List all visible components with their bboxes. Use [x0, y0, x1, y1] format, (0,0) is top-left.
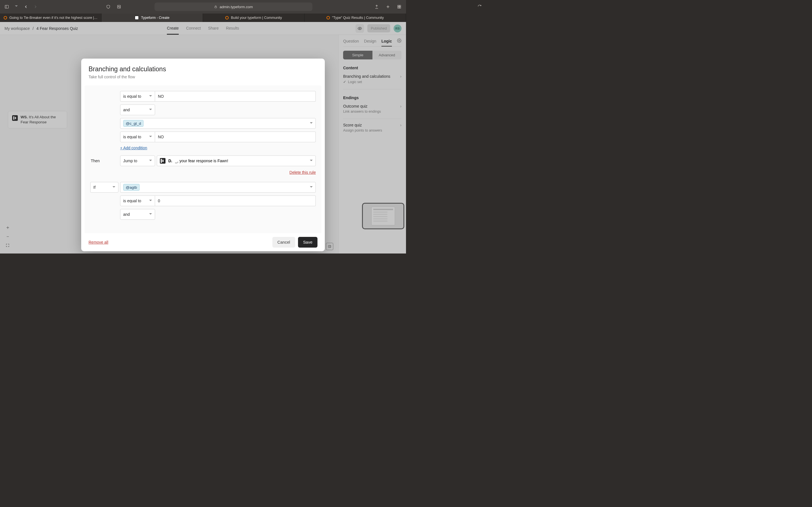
- tab-strip: Going to Tie-Breaker even if it's not th…: [0, 13, 406, 22]
- operator-select[interactable]: is equal to: [120, 195, 155, 206]
- chevron-down-icon: [112, 185, 115, 190]
- sidebar-toggle-icon[interactable]: [3, 3, 11, 11]
- if-label: If: [93, 185, 96, 189]
- chevron-down-icon: [310, 185, 313, 190]
- operator-label: is equal to: [123, 94, 141, 99]
- variable-chip: @c_gt_d: [123, 120, 144, 127]
- operator-label: is equal to: [123, 135, 141, 139]
- operator-label: is equal to: [123, 199, 141, 203]
- toolbar-dropdown-icon[interactable]: [12, 3, 20, 11]
- cancel-button[interactable]: Cancel: [272, 237, 295, 247]
- target-text: _, your fear response is Fawn!: [175, 159, 228, 163]
- favicon-community-icon: [225, 16, 229, 19]
- chevron-down-icon: [310, 121, 313, 126]
- add-condition-link[interactable]: + Add condition: [120, 146, 147, 150]
- delete-rule-link[interactable]: Delete this rule: [90, 170, 316, 175]
- conj-label: and: [123, 212, 130, 217]
- operator-select[interactable]: is equal to: [120, 91, 155, 102]
- shield-icon[interactable]: [104, 3, 112, 11]
- chevron-down-icon: [149, 135, 152, 139]
- conjunction-select[interactable]: and: [120, 209, 155, 220]
- notion-icon[interactable]: [115, 3, 123, 11]
- favicon-community-icon: [4, 16, 7, 19]
- chevron-down-icon: [149, 94, 152, 99]
- branching-modal: Branching and calculations Take full con…: [81, 59, 325, 251]
- modal-footer: Remove all Cancel Save: [81, 233, 325, 251]
- variable-select[interactable]: @c_gt_d: [120, 118, 316, 129]
- svg-rect-8: [398, 7, 399, 8]
- svg-rect-3: [215, 7, 217, 8]
- value-input[interactable]: NO: [155, 91, 316, 102]
- jump-target-select[interactable]: D. _, your fear response is Fawn!: [157, 156, 316, 166]
- chevron-down-icon: [149, 199, 152, 203]
- app-root: My workspace / 4 Fear Responses Quiz Cre…: [0, 22, 406, 253]
- then-label: Then: [90, 159, 120, 163]
- tab-label: Build your typeform | Community: [231, 16, 282, 20]
- modal-body[interactable]: is equal to NO and @c_gt_d: [85, 86, 321, 233]
- browser-tab[interactable]: Typeform - Create: [101, 13, 203, 22]
- svg-rect-7: [400, 5, 401, 7]
- new-tab-icon[interactable]: [384, 3, 392, 11]
- modal-subtitle: Take full control of the flow: [89, 75, 317, 79]
- url-text: admin.typeform.com: [220, 5, 253, 9]
- ending-icon: [160, 158, 165, 164]
- browser-tab[interactable]: "Type" Quiz Results | Community: [305, 13, 406, 22]
- value-input[interactable]: 0: [155, 195, 316, 206]
- chevron-down-icon: [310, 159, 313, 163]
- chevron-down-icon: [149, 212, 152, 217]
- value-text: NO: [158, 135, 164, 139]
- chevron-down-icon: [149, 108, 152, 112]
- browser-toolbar: admin.typeform.com: [0, 0, 406, 13]
- value-input[interactable]: NO: [155, 131, 316, 142]
- svg-rect-0: [5, 5, 8, 8]
- operator-select[interactable]: is equal to: [120, 131, 155, 142]
- back-button[interactable]: [22, 3, 30, 11]
- url-bar[interactable]: admin.typeform.com: [154, 3, 312, 11]
- browser-tab[interactable]: Going to Tie-Breaker even if it's not th…: [0, 13, 101, 22]
- variable-select[interactable]: @agtb: [120, 182, 316, 193]
- browser-tab[interactable]: Build your typeform | Community: [203, 13, 305, 22]
- svg-rect-6: [398, 5, 399, 7]
- action-select[interactable]: Jump to: [120, 156, 155, 166]
- modal-title: Branching and calculations: [89, 65, 317, 73]
- conj-label: and: [123, 108, 130, 112]
- tab-overview-icon[interactable]: [395, 3, 403, 11]
- tab-label: Going to Tie-Breaker even if it's not th…: [9, 16, 98, 20]
- action-label: Jump to: [123, 159, 137, 163]
- tab-label: Typeform - Create: [141, 16, 169, 20]
- favicon-typeform-icon: [135, 16, 139, 20]
- value-text: 0: [158, 199, 160, 203]
- chevron-down-icon: [149, 159, 152, 163]
- share-icon[interactable]: [373, 3, 380, 11]
- favicon-community-icon: [326, 16, 330, 19]
- if-select[interactable]: If: [90, 182, 118, 193]
- value-text: NO: [158, 94, 164, 99]
- conjunction-select[interactable]: and: [120, 105, 155, 115]
- forward-button: [32, 3, 40, 11]
- variable-chip: @agtb: [123, 184, 140, 191]
- svg-rect-9: [400, 7, 401, 8]
- save-button[interactable]: Save: [298, 237, 317, 247]
- remove-all-link[interactable]: Remove all: [89, 240, 108, 244]
- target-letter: D.: [168, 159, 172, 163]
- tab-label: "Type" Quiz Results | Community: [332, 16, 384, 20]
